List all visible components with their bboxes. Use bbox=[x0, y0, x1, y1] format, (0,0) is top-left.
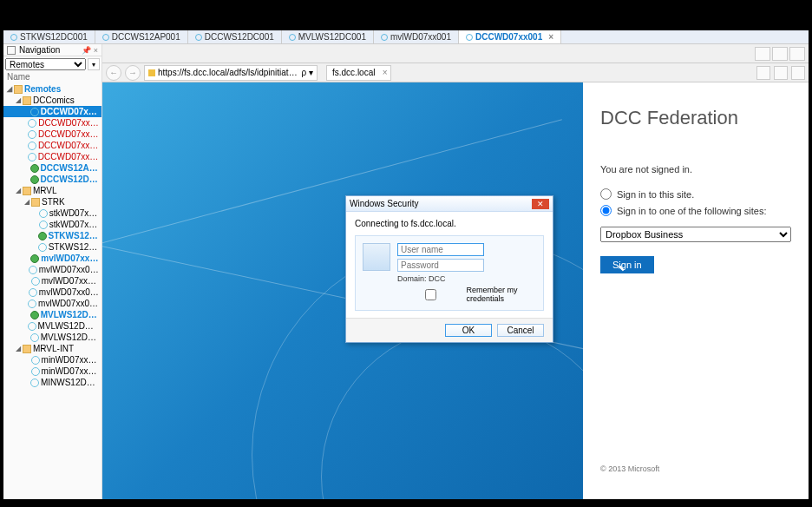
site-select[interactable]: Dropbox Business bbox=[600, 227, 791, 242]
cancel-button[interactable]: Cancel bbox=[497, 324, 544, 337]
status-icon bbox=[30, 333, 39, 342]
nav-filter-btn[interactable]: ▾ bbox=[88, 58, 100, 70]
radio-this-site[interactable] bbox=[600, 188, 612, 200]
close-icon[interactable]: × bbox=[548, 32, 553, 42]
tree-item[interactable]: mvlWD07xx001 bbox=[3, 253, 102, 264]
dialog-close-button[interactable]: ✕ bbox=[532, 199, 549, 209]
remote-tab[interactable]: DCCWD07xx001× bbox=[459, 30, 561, 43]
search-icon[interactable]: ρ ▾ bbox=[302, 68, 313, 77]
signin-button[interactable]: Sign in ⬉ bbox=[600, 256, 654, 273]
remember-checkbox[interactable]: Remember my credentials bbox=[397, 286, 536, 303]
status-icon bbox=[30, 311, 39, 319]
expand-icon[interactable]: ◢ bbox=[5, 85, 14, 93]
ok-button[interactable]: OK bbox=[445, 324, 492, 337]
tree-item[interactable]: ◢MRVL-INT bbox=[3, 343, 102, 354]
tree-item[interactable]: minWD07xx002 bbox=[3, 365, 102, 377]
radio-other-site[interactable] bbox=[600, 205, 612, 216]
status-icon bbox=[30, 108, 39, 116]
tree-item[interactable]: STKWS12DC002 bbox=[3, 241, 102, 253]
tree-item[interactable]: DCCWD07xx001 bbox=[3, 106, 102, 117]
remote-tab[interactable]: MVLWS12DC001 bbox=[282, 30, 374, 43]
status-icon bbox=[29, 266, 37, 274]
url-field[interactable]: https://fs.dcc.local/adfs/ls/idpinitiate… bbox=[144, 65, 318, 81]
status-dot-icon bbox=[381, 34, 388, 41]
ie-address-bar: ← → https://fs.dcc.local/adfs/ls/idpinit… bbox=[102, 63, 809, 82]
cursor-icon: ⬉ bbox=[618, 263, 625, 273]
status-icon bbox=[29, 288, 37, 297]
tree-item[interactable]: ◢DCComics bbox=[3, 95, 102, 106]
lock-icon bbox=[148, 69, 155, 76]
signin-opt-this[interactable]: Sign in to this site. bbox=[600, 188, 791, 200]
pin-icon[interactable]: 📌 × bbox=[82, 46, 98, 55]
tree-item[interactable]: MINWS12DC001 bbox=[3, 377, 102, 388]
ie-home-icon[interactable] bbox=[756, 66, 770, 80]
expand-icon[interactable]: ◢ bbox=[14, 345, 23, 352]
expand-icon[interactable]: ◢ bbox=[14, 96, 23, 104]
tree-item[interactable]: MVLWS12DC001 bbox=[3, 309, 102, 320]
close-icon[interactable]: × bbox=[383, 68, 388, 77]
status-icon bbox=[31, 367, 40, 376]
expand-icon[interactable]: ◢ bbox=[23, 198, 31, 206]
status-icon bbox=[30, 175, 39, 184]
tree-item[interactable]: mvlWD07xx003 bbox=[3, 275, 102, 286]
nav-icon bbox=[7, 46, 16, 55]
expand-icon[interactable]: ◢ bbox=[14, 187, 23, 194]
tree-item[interactable]: DCCWS12DC001 bbox=[3, 174, 102, 185]
nav-header: Navigation 📌 × bbox=[3, 44, 102, 56]
status-dot-icon bbox=[195, 34, 202, 41]
status-icon bbox=[31, 277, 40, 286]
tree-item[interactable]: DCCWD07xx001 - Artem bbox=[3, 117, 102, 128]
back-button[interactable]: ← bbox=[106, 65, 121, 81]
folder-icon bbox=[23, 187, 31, 195]
status-dot-icon bbox=[466, 34, 473, 41]
tree-item[interactable]: DCCWD07xx002 - baseline bbox=[3, 151, 102, 162]
forward-button[interactable]: → bbox=[125, 65, 141, 81]
signin-opt-other[interactable]: Sign in to one of the following sites: bbox=[600, 205, 791, 216]
page-title: DCC Federation bbox=[600, 107, 791, 129]
remote-tab[interactable]: DCCWS12AP001 bbox=[95, 30, 188, 43]
ie-toolbar bbox=[102, 44, 809, 63]
tree-item[interactable]: ◢MRVL bbox=[3, 185, 102, 196]
nav-tree: ◢Remotes◢DCComicsDCCWD07xx001DCCWD07xx00… bbox=[3, 82, 102, 499]
dialog-title: Windows Security bbox=[350, 199, 418, 208]
tree-item[interactable]: DCCWD07xx001 - Badgu.. bbox=[3, 128, 102, 140]
remote-tab[interactable]: mvlWD07xx001 bbox=[374, 30, 459, 43]
status-icon bbox=[30, 379, 39, 387]
tree-item[interactable]: STKWS12DC001 bbox=[3, 230, 102, 241]
nav-filter-select[interactable]: Remotes bbox=[5, 58, 86, 70]
folder-icon bbox=[23, 345, 31, 353]
ie-close[interactable] bbox=[789, 47, 805, 61]
signin-status: You are not signed in. bbox=[600, 164, 791, 174]
status-icon bbox=[30, 164, 39, 173]
tree-item[interactable]: stkWD07xx001 bbox=[3, 207, 102, 219]
username-input[interactable] bbox=[397, 243, 484, 256]
status-icon bbox=[39, 209, 48, 218]
credentials-dialog: Windows Security ✕ Connecting to fs.dcc.… bbox=[345, 195, 553, 343]
tree-item[interactable]: mvlWD07xx003 - Copy - .. bbox=[3, 298, 102, 309]
tree-item[interactable]: DCCWS12AP001 bbox=[3, 162, 102, 174]
tree-item[interactable]: mvlWD07xx001 - artem bbox=[3, 264, 102, 275]
password-input[interactable] bbox=[397, 259, 484, 272]
tree-item[interactable]: MVLWS12DC002 bbox=[3, 332, 102, 343]
ie-gear-icon[interactable] bbox=[791, 66, 805, 80]
remote-tabs: STKWS12DC001DCCWS12AP001DCCWS12DC001MVLW… bbox=[3, 30, 809, 44]
tree-item[interactable]: ◢STRK bbox=[3, 196, 102, 207]
ie-fav-icon[interactable] bbox=[774, 66, 788, 80]
folder-icon bbox=[23, 96, 31, 105]
tree-item[interactable]: MVLWS12DC001 - long user bbox=[3, 320, 102, 332]
remote-tab[interactable]: DCCWS12DC001 bbox=[188, 30, 282, 43]
tree-item[interactable]: minWD07xx001 bbox=[3, 354, 102, 365]
tree-item[interactable]: mvlWD07xx003 - Copy bbox=[3, 286, 102, 298]
tree-item[interactable]: stkWD07xx002 bbox=[3, 219, 102, 230]
tree-item[interactable]: ◢Remotes bbox=[3, 83, 102, 95]
ie-minimize[interactable] bbox=[755, 47, 770, 61]
status-dot-icon bbox=[289, 34, 296, 41]
ie-tab[interactable]: fs.dcc.local × bbox=[326, 65, 391, 81]
tree-item[interactable]: DCCWD07xx001 - Simple.. bbox=[3, 140, 102, 151]
remote-tab[interactable]: STKWS12DC001 bbox=[3, 30, 95, 43]
status-icon bbox=[28, 142, 36, 150]
ie-restore[interactable] bbox=[772, 47, 788, 61]
status-icon bbox=[28, 322, 36, 331]
copyright: © 2013 Microsoft bbox=[600, 464, 659, 473]
domain-label: Domain: DCC bbox=[397, 274, 536, 283]
